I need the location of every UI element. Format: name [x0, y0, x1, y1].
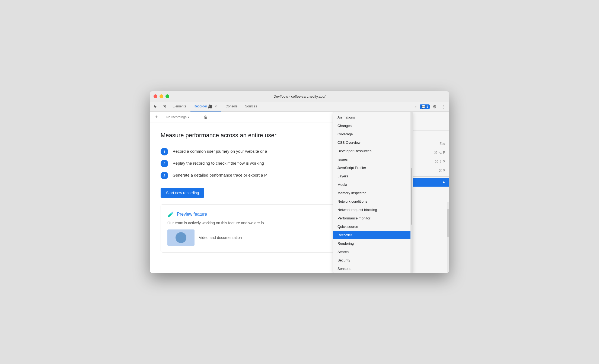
tab-bar: Elements Recorder 🎥 ✕ Console Sources » … — [150, 102, 449, 112]
right-panel-scrollbar[interactable] — [447, 202, 449, 273]
menu-item-rendering[interactable]: Rendering — [333, 239, 413, 248]
cursor-icon[interactable] — [152, 103, 160, 110]
toolbar-separator — [162, 114, 162, 120]
menu-item-media[interactable]: Media — [333, 180, 413, 189]
menu-item-network-conditions[interactable]: Network conditions — [333, 197, 413, 206]
menu-item-js-profiler[interactable]: JavaScript Profiler — [333, 164, 413, 172]
tab-bar-left: Elements Recorder 🎥 ✕ Console Sources — [152, 102, 412, 111]
minimize-button[interactable] — [160, 94, 163, 98]
preview-text: Our team is actively working on this fea… — [167, 221, 348, 225]
window-title: DevTools - coffee-cart.netlify.app/ — [273, 94, 326, 98]
tab-bar-right: » 💬 1 ⚙ ⋮ — [412, 103, 447, 110]
preview-media: Video and documentation — [167, 229, 348, 246]
dropdown-scrollbar[interactable] — [410, 112, 413, 273]
settings-button[interactable]: ⚙ — [431, 103, 438, 110]
flask-icon: 🧪 — [167, 211, 174, 218]
more-tabs-button[interactable]: » — [412, 104, 419, 110]
menu-item-network-request-blocking[interactable]: Network request blocking — [333, 206, 413, 214]
menu-item-layers[interactable]: Layers — [333, 172, 413, 180]
more-options-button[interactable]: ⋮ — [439, 103, 447, 110]
step-number-3: 3 — [161, 172, 168, 179]
step-number-1: 1 — [161, 148, 168, 155]
main-area: + No recordings ▾ ↑ 🗑 Measure performanc… — [150, 112, 449, 273]
step-text-3: Generate a detailed performance trace or… — [173, 172, 267, 177]
step-text-1: Record a common user journey on your web… — [173, 148, 267, 154]
svg-rect-1 — [164, 106, 165, 107]
step-list: 1 Record a common user journey on your w… — [161, 148, 354, 179]
menu-item-animations[interactable]: Animations — [333, 113, 413, 122]
scrollbar-thumb[interactable] — [411, 168, 412, 225]
preview-thumbnail — [167, 229, 195, 246]
delete-button[interactable]: 🗑 — [202, 114, 209, 120]
preview-thumb-inner — [176, 232, 186, 243]
step-number-2: 2 — [161, 160, 168, 167]
chevron-down-icon: ▾ — [188, 115, 189, 119]
more-tools-dropdown: Animations Changes Coverage CSS Overview… — [333, 112, 413, 273]
menu-item-issues[interactable]: Issues — [333, 155, 413, 164]
video-doc-label: Video and documentation — [199, 235, 242, 240]
title-bar: DevTools - coffee-cart.netlify.app/ — [150, 91, 449, 102]
start-recording-button[interactable]: Start new recording — [161, 188, 204, 198]
tab-close-recorder[interactable]: ✕ — [214, 104, 218, 108]
menu-item-coverage[interactable]: Coverage — [333, 130, 413, 138]
more-tools-list: Animations Changes Coverage CSS Overview… — [333, 112, 413, 273]
step-item-2: 2 Replay the recording to check if the f… — [161, 160, 354, 167]
tab-elements[interactable]: Elements — [169, 102, 189, 111]
tab-console[interactable]: Console — [222, 102, 241, 111]
menu-item-quick-source[interactable]: Quick source — [333, 222, 413, 231]
tab-recorder[interactable]: Recorder 🎥 ✕ — [190, 102, 221, 111]
step-item-1: 1 Record a common user journey on your w… — [161, 148, 354, 155]
menu-item-memory-inspector[interactable]: Memory Inspector — [333, 189, 413, 197]
menu-item-security[interactable]: Security — [333, 256, 413, 264]
recordings-dropdown[interactable]: No recordings ▾ — [164, 114, 192, 120]
traffic-lights — [154, 94, 169, 98]
inspect-icon[interactable] — [161, 103, 168, 110]
step-text-2: Replay the recording to check if the flo… — [173, 160, 264, 165]
add-recording-button[interactable]: + — [153, 114, 160, 120]
step-item-3: 3 Generate a detailed performance trace … — [161, 172, 354, 179]
menu-item-developer-resources[interactable]: Developer Resources — [333, 147, 413, 155]
right-scrollbar-thumb[interactable] — [447, 209, 449, 237]
devtools-window: DevTools - coffee-cart.netlify.app/ Elem… — [150, 91, 449, 273]
preview-card: 🧪 Preview feature Our team is actively w… — [161, 204, 354, 253]
tab-sources[interactable]: Sources — [242, 102, 260, 111]
issue-badge[interactable]: 💬 1 — [420, 104, 430, 109]
close-button[interactable] — [154, 94, 157, 98]
menu-item-sensors[interactable]: Sensors — [333, 264, 413, 273]
upload-button[interactable]: ↑ — [194, 114, 200, 120]
menu-item-search[interactable]: Search — [333, 248, 413, 256]
recorder-heading: Measure performance across an entire use… — [161, 132, 354, 139]
menu-item-css-overview[interactable]: CSS Overview — [333, 138, 413, 147]
preview-title: 🧪 Preview feature — [167, 211, 348, 218]
maximize-button[interactable] — [165, 94, 169, 98]
menu-item-changes[interactable]: Changes — [333, 122, 413, 130]
menu-item-performance-monitor[interactable]: Performance monitor — [333, 214, 413, 222]
menu-item-recorder[interactable]: Recorder — [333, 231, 413, 239]
